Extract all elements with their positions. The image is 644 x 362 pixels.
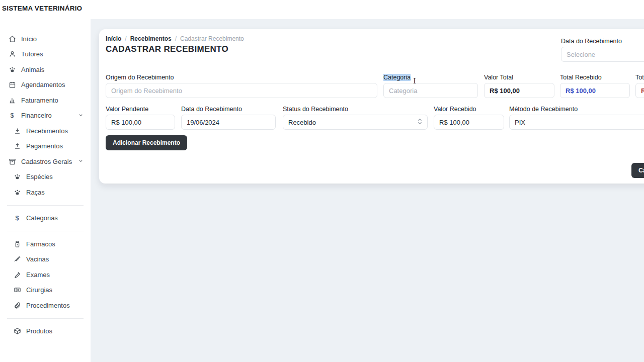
origem-label: Origem do Recebimento — [106, 74, 377, 81]
sidebar-item-label: Recebimentos — [26, 127, 68, 135]
page-title: CADASTRAR RECEBIMENTO — [106, 44, 228, 54]
divider — [7, 205, 84, 206]
status-recebimento-label: Status do Recebimento — [283, 106, 428, 113]
sidebar-item-faturamento[interactable]: Faturamento — [0, 93, 91, 108]
form-card: Início / Recebimentos / Cadastrar Recebi… — [99, 29, 644, 184]
valor-total-label: Valor Total — [484, 74, 554, 81]
person-icon — [8, 50, 16, 58]
syringe-icon — [13, 255, 21, 263]
paw-icon — [13, 173, 21, 181]
download-icon — [13, 127, 21, 135]
sidebar-item-label: Faturamento — [21, 97, 58, 104]
sidebar-item-label: Cadastros Gerais — [21, 158, 72, 165]
valor-pendente-value: R$ 100,00 — [111, 119, 141, 126]
total-pendente-input[interactable]: R$ 100,00 — [635, 83, 644, 98]
sidebar-item-label: Vacinas — [26, 255, 49, 263]
sidebar-item-label: Espécies — [26, 173, 53, 180]
categoria-input[interactable]: Categoria — [383, 83, 478, 98]
metodo-recebimento-input[interactable]: PIX — [509, 115, 644, 130]
sidebar-item-label: Fármacos — [26, 240, 55, 248]
valor-total-input[interactable]: R$ 100,00 — [484, 83, 554, 98]
surgery-icon — [13, 286, 21, 294]
sidebar-item-exames[interactable]: Exames — [0, 267, 91, 283]
valor-total-value: R$ 100,00 — [490, 87, 520, 95]
paw-icon — [8, 65, 16, 73]
valor-recebido-input[interactable]: R$ 100,00 — [434, 115, 504, 130]
breadcrumb: Início / Recebimentos / Cadastrar Recebi… — [106, 35, 244, 42]
dollar-icon: $ — [8, 112, 16, 120]
sidebar-item-procedimentos[interactable]: Procedimentos — [0, 298, 91, 313]
upload-icon — [13, 142, 21, 150]
sidebar-nav: Início Tutores Animais Agendamentos Fatu… — [0, 31, 91, 352]
sidebar-item-financeiro[interactable]: $ Financeiro — [0, 108, 91, 124]
paw-icon — [13, 188, 21, 196]
sidebar-item-label: Animais — [21, 66, 44, 73]
total-pendente-value: R$ 100,00 — [641, 87, 644, 95]
archive-icon — [8, 157, 16, 165]
chevron-down-icon — [78, 112, 84, 119]
bar-chart-icon — [8, 96, 16, 104]
date-receipt-label: Data do Recebimento — [561, 38, 644, 45]
paperclip-icon — [13, 301, 21, 309]
data-recebimento-label: Data do Recebimento — [181, 106, 276, 113]
valor-recebido-value: R$ 100,00 — [439, 119, 469, 126]
sidebar-item-produtos[interactable]: Produtos — [0, 324, 91, 339]
test-icon — [13, 270, 21, 279]
home-icon — [8, 35, 16, 43]
divider — [7, 231, 84, 231]
breadcrumb-current: Cadastrar Recebimento — [180, 35, 244, 42]
sidebar-item-agendamentos[interactable]: Agendamentos — [0, 77, 91, 93]
status-recebimento-select[interactable]: Recebido — [283, 115, 428, 130]
breadcrumb-recebimentos[interactable]: Recebimentos — [130, 35, 172, 42]
sidebar-item-label: Tutores — [21, 50, 43, 58]
metodo-recebimento-value: PIX — [515, 119, 525, 126]
sidebar-item-label: Financeiro — [21, 112, 52, 119]
box-icon — [13, 327, 21, 335]
origem-input[interactable]: Origem do Recebimento — [106, 83, 377, 98]
sidebar-item-especies[interactable]: Espécies — [0, 169, 91, 185]
metodo-recebimento-label: Método de Recebimento — [509, 106, 644, 113]
breadcrumb-separator: / — [125, 35, 126, 42]
sidebar-item-label: Exames — [26, 271, 50, 279]
sidebar-item-label: Pagamentos — [26, 142, 63, 150]
sidebar-item-vacinas[interactable]: Vacinas — [0, 252, 91, 267]
cadastrar-button[interactable]: Cadastrar — [631, 163, 644, 178]
sidebar-item-pagamentos[interactable]: Pagamentos — [0, 139, 91, 154]
sidebar-item-categorias[interactable]: $ Categorias — [0, 211, 91, 226]
sidebar-item-label: Início — [21, 35, 37, 43]
sidebar-item-animais[interactable]: Animais — [0, 62, 91, 77]
sidebar-item-recebimentos[interactable]: Recebimentos — [0, 123, 91, 139]
top-header: SISTEMA VETERINÁRIO — [0, 0, 644, 19]
adicionar-recebimento-button[interactable]: Adicionar Recebimento — [106, 135, 187, 150]
data-recebimento-value: 19/06/2024 — [187, 119, 219, 126]
valor-recebido-label: Valor Recebido — [434, 106, 504, 113]
sidebar-item-tutores[interactable]: Tutores — [0, 47, 91, 62]
pill-bottle-icon — [13, 240, 21, 248]
sidebar-item-inicio[interactable]: Início — [0, 31, 91, 47]
sidebar-item-label: Agendamentos — [21, 81, 65, 88]
sidebar-item-label: Procedimentos — [26, 302, 70, 309]
sidebar-item-cadastros-gerais[interactable]: Cadastros Gerais — [0, 154, 91, 169]
sidebar-item-cirurgias[interactable]: Cirurgias — [0, 283, 91, 298]
sidebar-item-racas[interactable]: Raças — [0, 185, 91, 200]
total-pendente-label: Total Pendente — [635, 74, 644, 81]
date-receipt-input[interactable]: Selecione — [561, 47, 644, 62]
divider — [7, 318, 84, 319]
select-spinner-icon — [418, 118, 422, 127]
app-title: SISTEMA VETERINÁRIO — [2, 5, 82, 12]
main-content: Início / Recebimentos / Cadastrar Recebi… — [91, 19, 644, 362]
status-recebimento-value: Recebido — [288, 119, 316, 126]
sidebar-item-label: Cirurgias — [26, 286, 52, 294]
breadcrumb-separator: / — [175, 35, 177, 42]
valor-pendente-label: Valor Pendente — [106, 106, 175, 113]
date-receipt-placeholder: Selecione — [567, 51, 595, 58]
sidebar-item-label: Raças — [26, 189, 45, 196]
sidebar-item-label: Categorias — [26, 214, 58, 222]
sidebar-item-farmacos[interactable]: Fármacos — [0, 236, 91, 252]
valor-pendente-input[interactable]: R$ 100,00 — [106, 115, 175, 130]
total-recebido-input[interactable]: R$ 100,00 — [560, 83, 630, 98]
categoria-placeholder: Categoria — [389, 87, 417, 95]
data-recebimento-input[interactable]: 19/06/2024 — [181, 115, 276, 130]
sidebar: Início Tutores Animais Agendamentos Fatu… — [0, 19, 91, 362]
breadcrumb-inicio[interactable]: Início — [106, 35, 121, 42]
